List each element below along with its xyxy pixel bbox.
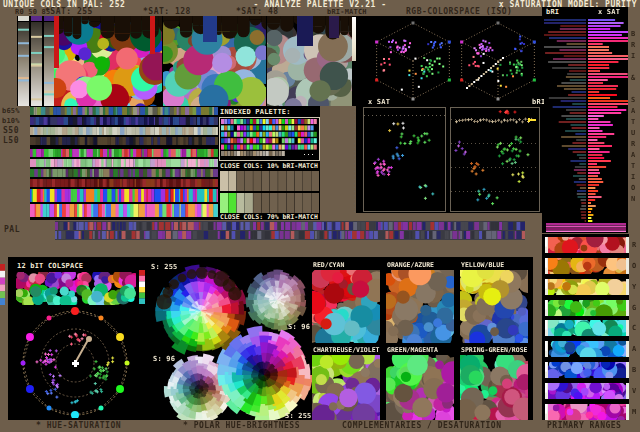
sat-bars-label: x SAT <box>598 9 620 16</box>
bri-sat-bar-chart <box>544 19 628 232</box>
comp-label-green-magenta: GREEN/MAGENTA <box>387 347 438 354</box>
primary-letter-g: G <box>632 305 636 312</box>
comp-label-yellow-blue: YELLOW/BLUE <box>461 262 504 269</box>
b10-label: b10% <box>2 118 20 125</box>
comp-label-orange-azure: ORANGE/AZURE <box>387 262 434 269</box>
polar-s255-label-2: S: 255 <box>285 413 312 420</box>
sat128-color-field <box>163 16 266 106</box>
primary-letter-v: V <box>632 388 636 395</box>
footer-complementaries: COMPLEMENTARIES / DESATURATION <box>342 422 502 430</box>
indexed-palette-grid <box>220 118 317 158</box>
primary-band-yellow <box>545 279 629 295</box>
sat48-color-field <box>267 16 352 106</box>
comp-label-springgreen-rose: SPRING-GREEN/ROSE <box>461 347 528 354</box>
palette-analyzer-screen: UNIQUE COLS IN PAL: 252 - ANALYZE PALETT… <box>0 0 640 432</box>
primary-letter-y: Y <box>632 284 636 291</box>
edge-legend-strip <box>0 264 5 305</box>
brihue-scatter-plot <box>450 107 540 212</box>
hue-saturation-wheel <box>12 306 140 418</box>
primary-band-blue <box>545 362 629 378</box>
bri-saturation-vertical-label: BRI & SATURATION <box>629 30 637 206</box>
comp-panel-springgreen-rose <box>460 355 528 420</box>
primary-band-red <box>545 237 629 253</box>
comp-panel-green-magenta <box>386 355 454 420</box>
footer-hue-saturation: * HUE-SATURATION <box>36 422 121 430</box>
colspace12-grid <box>16 272 136 305</box>
primary-letter-c: C <box>632 325 636 332</box>
pal-label: PAL <box>4 226 20 234</box>
comp-panel-red-cyan <box>312 270 380 343</box>
footer-polar-hue-brightness: * POLAR HUE-BRIGHTNESS <box>183 422 300 430</box>
sat128-label: *SAT: 128 <box>143 8 191 16</box>
bri-match-label: bRI-MATCH <box>327 9 367 16</box>
primary-band-violet <box>545 383 629 399</box>
primary-letter-a: A <box>632 346 636 353</box>
xsat-scatter-label: x SAT <box>368 99 390 106</box>
primary-letter-r: R <box>632 242 636 249</box>
axis-ticks <box>350 107 358 212</box>
b65-label: b65% <box>2 108 20 115</box>
comp-panel-orange-azure <box>386 270 454 343</box>
primary-letter-b: B <box>632 367 636 374</box>
sat48-label: *SAT: 48 <box>236 8 279 16</box>
close-cols-10-swatches <box>220 171 319 191</box>
xsat-scatter-plot <box>363 107 446 212</box>
primary-letter-m: M <box>632 409 636 416</box>
comp-panel-yellow-blue <box>460 270 528 343</box>
close-cols-10-label: CLOSE COLS: 10% bRI-MATCH <box>220 163 318 170</box>
rgb-colorspace-iso-cubes <box>356 16 567 101</box>
bri-bars-label: bRI <box>546 9 559 16</box>
primary-band-orange <box>545 258 629 274</box>
colspace12-title: 12 bIT COLSPACE <box>17 263 83 270</box>
polar-s255-label-1: S: 255 <box>151 264 178 271</box>
comp-panel-chartreuse-violet <box>312 355 380 420</box>
primary-band-magenta <box>545 404 629 420</box>
comp-label-chartreuse-violet: CHARTREUSE/VIOLET <box>313 347 380 354</box>
l50-label: L50 <box>3 137 19 145</box>
polar-s96-label-1: S: 96 <box>288 324 310 331</box>
indexed-palette-title: INDEXED PALETTE: <box>220 109 291 116</box>
palette-strip-rows <box>30 107 218 218</box>
polar-s96-label-2: S: 96 <box>153 356 175 363</box>
brightness-ramp-columns <box>17 16 54 106</box>
sat255-color-field <box>54 16 162 106</box>
close-cols-70-swatches <box>220 193 319 213</box>
polar-hue-brightness-circles <box>146 262 312 420</box>
pal-order-strip <box>55 221 525 240</box>
rgb-colorspace-label: RGB-COLORSPACE (ISO) <box>406 8 512 16</box>
sat255-label: *SAT: 255 <box>45 8 93 16</box>
primary-band-cyan <box>545 320 629 336</box>
close-cols-70-label: CLOSE COLS: 70% bRI-MATCH <box>220 214 318 221</box>
polar-legend-strip <box>139 270 145 304</box>
s50-label: S50 <box>3 127 19 135</box>
comp-label-red-cyan: RED/CYAN <box>313 262 344 269</box>
primary-letter-o: O <box>632 263 636 270</box>
primary-band-azure <box>545 341 629 357</box>
footer-primary-ranges: PRIMARY RANGES <box>547 422 621 430</box>
primary-band-green <box>545 300 629 316</box>
